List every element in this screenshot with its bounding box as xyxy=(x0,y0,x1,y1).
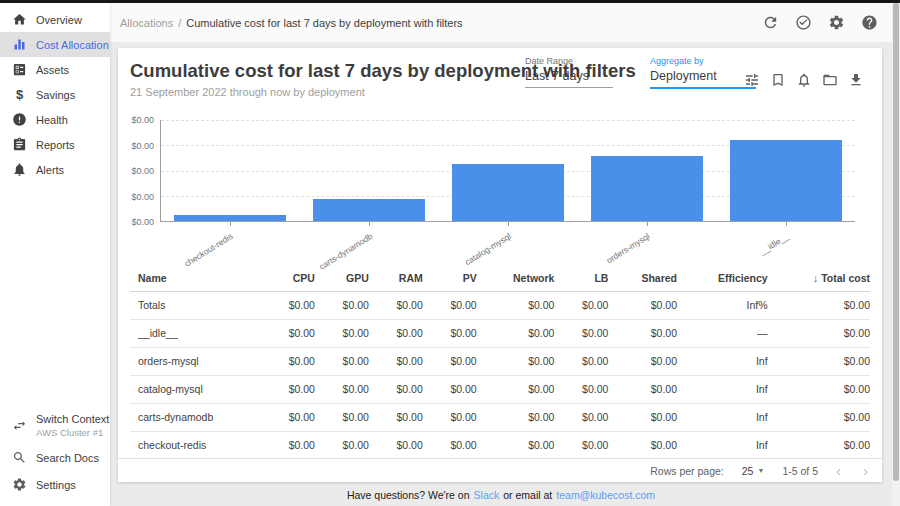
scrollbar-thumb[interactable] xyxy=(893,3,899,481)
switch-context-button[interactable]: Switch Context AWS Cluster #1 xyxy=(0,407,110,444)
date-range-value[interactable]: Last 7 days xyxy=(525,69,613,88)
bar-carts-dynamodb xyxy=(313,199,425,221)
x-axis-tick xyxy=(786,222,787,226)
date-range-field[interactable]: Date Range Last 7 days xyxy=(525,56,613,88)
current-cluster-label: AWS Cluster #1 xyxy=(36,427,109,438)
allocation-row-__idle__[interactable]: __idle__$0.00$0.00$0.00$0.00$0.00$0.00$0… xyxy=(130,319,870,347)
x-axis-tick xyxy=(230,222,231,226)
sidebar-item-reports[interactable]: Reports xyxy=(0,132,110,157)
tune-icon[interactable] xyxy=(744,72,760,88)
sidebar-item-savings[interactable]: $ Savings xyxy=(0,82,110,107)
y-axis-tick-label: $0.00 xyxy=(118,115,154,125)
rows-per-page-select[interactable]: 25 ▼ xyxy=(742,465,765,477)
pagination-range: 1-5 of 5 xyxy=(782,465,818,477)
bell-icon[interactable] xyxy=(796,72,812,88)
allocation-row-catalog-mysql[interactable]: catalog-mysql$0.00$0.00$0.00$0.00$0.00$0… xyxy=(130,375,870,403)
breadcrumb: Allocations / Cumulative cost for last 7… xyxy=(120,17,463,29)
slack-link[interactable]: Slack xyxy=(474,489,500,501)
next-page-button[interactable]: › xyxy=(863,463,868,478)
column-header-efficiency[interactable]: Efficiency xyxy=(677,265,768,291)
search-docs-button[interactable]: Search Docs xyxy=(0,444,110,471)
reports-icon xyxy=(12,137,27,152)
column-header-lb[interactable]: LB xyxy=(554,265,608,291)
report-subtitle: 21 September 2022 through now by deploym… xyxy=(130,86,365,98)
table-cell: $0.00 xyxy=(369,319,423,347)
folder-icon[interactable] xyxy=(822,72,838,88)
gear-icon xyxy=(12,477,27,492)
settings-button[interactable]: Settings xyxy=(0,471,110,498)
table-cell: orders-mysql xyxy=(130,347,261,375)
y-axis-tick-label: $0.00 xyxy=(118,166,154,176)
footer-text: or email at xyxy=(503,489,552,501)
table-cell: $0.00 xyxy=(554,291,608,319)
table-cell: $0.00 xyxy=(477,347,555,375)
table-cell: Inf xyxy=(677,375,768,403)
table-cell: Inf xyxy=(677,431,768,459)
column-header-total-cost[interactable]: ↓Total cost xyxy=(768,265,870,291)
table-cell: $0.00 xyxy=(768,319,870,347)
bar-__idle__ xyxy=(730,140,842,221)
x-axis-tick xyxy=(369,222,370,226)
table-cell: Inf xyxy=(677,403,768,431)
table-cell: $0.00 xyxy=(423,375,477,403)
sidebar-item-alerts[interactable]: Alerts xyxy=(0,157,110,182)
dollar-icon: $ xyxy=(12,87,27,102)
sidebar-item-assets[interactable]: Assets xyxy=(0,57,110,82)
bar-chart-icon xyxy=(12,37,27,52)
column-header-ram[interactable]: RAM xyxy=(369,265,423,291)
column-header-shared[interactable]: Shared xyxy=(608,265,677,291)
table-cell: checkout-redis xyxy=(130,431,261,459)
table-cell: $0.00 xyxy=(608,431,677,459)
allocation-row-checkout-redis[interactable]: checkout-redis$0.00$0.00$0.00$0.00$0.00$… xyxy=(130,431,870,459)
vertical-scrollbar xyxy=(892,3,900,506)
allocation-row-carts-dynamodb[interactable]: carts-dynamodb$0.00$0.00$0.00$0.00$0.00$… xyxy=(130,403,870,431)
table-cell: $0.00 xyxy=(369,375,423,403)
report-action-icons xyxy=(744,72,864,88)
rows-per-page-value: 25 xyxy=(742,465,754,477)
table-cell: $0.00 xyxy=(261,319,315,347)
previous-page-button[interactable]: ‹ xyxy=(836,463,841,478)
column-header-pv[interactable]: PV xyxy=(423,265,477,291)
sidebar-item-cost-allocation[interactable]: Cost Allocation xyxy=(0,32,110,57)
gear-icon[interactable] xyxy=(828,14,845,31)
table-cell: Totals xyxy=(130,291,261,319)
download-icon[interactable] xyxy=(848,72,864,88)
table-cell: catalog-mysql xyxy=(130,375,261,403)
bookmark-icon[interactable] xyxy=(770,72,786,88)
breadcrumb-allocations-link[interactable]: Allocations xyxy=(120,17,173,29)
sidebar-item-label: Reports xyxy=(36,139,75,151)
column-header-network[interactable]: Network xyxy=(477,265,555,291)
search-docs-label: Search Docs xyxy=(36,452,99,464)
aggregate-by-value[interactable]: Deployment xyxy=(650,69,756,89)
table-cell: $0.00 xyxy=(261,375,315,403)
sidebar-item-overview[interactable]: Overview xyxy=(0,7,110,32)
table-cell: $0.00 xyxy=(608,347,677,375)
column-header-gpu[interactable]: GPU xyxy=(315,265,369,291)
table-cell: __idle__ xyxy=(130,319,261,347)
table-cell: $0.00 xyxy=(768,375,870,403)
settings-label: Settings xyxy=(36,479,76,491)
refresh-icon[interactable] xyxy=(762,14,779,31)
report-card: Cumulative cost for last 7 days by deplo… xyxy=(118,48,882,482)
column-header-name[interactable]: Name xyxy=(130,265,261,291)
sidebar: Overview Cost Allocation Assets $ Saving… xyxy=(0,3,110,506)
bell-icon xyxy=(12,162,27,177)
aggregate-by-field[interactable]: Aggregate by Deployment xyxy=(650,56,756,89)
footer-text: Have questions? We're on xyxy=(347,489,470,501)
topbar: Allocations / Cumulative cost for last 7… xyxy=(110,3,892,42)
help-icon[interactable] xyxy=(861,14,878,31)
search-icon xyxy=(12,450,27,465)
column-header-cpu[interactable]: CPU xyxy=(261,265,315,291)
table-cell: $0.00 xyxy=(554,347,608,375)
table-cell: $0.00 xyxy=(477,375,555,403)
sidebar-item-label: Assets xyxy=(36,64,69,76)
sidebar-item-label: Overview xyxy=(36,14,82,26)
chevron-down-icon: ▼ xyxy=(757,467,764,474)
allocation-row-orders-mysql[interactable]: orders-mysql$0.00$0.00$0.00$0.00$0.00$0.… xyxy=(130,347,870,375)
sidebar-item-health[interactable]: Health xyxy=(0,107,110,132)
email-link[interactable]: team@kubecost.com xyxy=(556,489,655,501)
check-circle-icon[interactable] xyxy=(795,14,812,31)
x-axis-category-label: checkout-redis xyxy=(183,231,235,269)
swap-arrows-icon xyxy=(12,418,27,433)
table-cell: $0.00 xyxy=(608,403,677,431)
